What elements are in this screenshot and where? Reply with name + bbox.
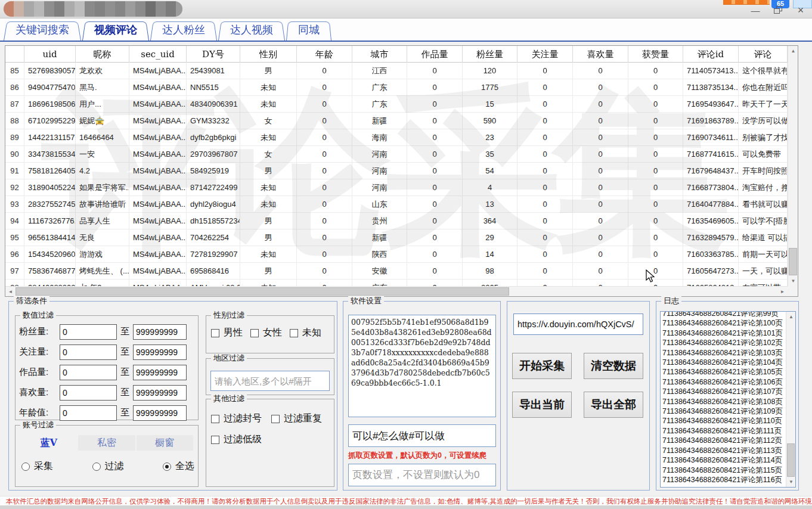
table-row[interactable]: 86 94904775470 黑马. MS4wLjABAA... NN5515 … bbox=[5, 79, 788, 96]
cell-dy-id: 704262254 bbox=[187, 229, 240, 246]
max-value-input[interactable] bbox=[133, 405, 187, 421]
log-scroll-up-icon[interactable]: ▲ bbox=[786, 312, 796, 322]
maximize-button[interactable] bbox=[771, 5, 785, 16]
clear-data-button[interactable]: 清空数据 bbox=[584, 353, 643, 379]
log-listbox[interactable]: 7113864346882608421评论第99页711386434688260… bbox=[660, 311, 796, 488]
cell-uid: 28327552745... bbox=[24, 196, 76, 212]
cell-works-count: 0 bbox=[407, 129, 463, 145]
min-value-input[interactable] bbox=[60, 344, 117, 360]
table-row[interactable]: 88 67102995229 妮妮🚖 MS4wLjABAA... GYM3323… bbox=[5, 113, 788, 129]
export-all-button[interactable]: 导出全部 bbox=[584, 392, 643, 418]
cell-dy-id: 72781929907 bbox=[187, 246, 240, 262]
numeric-filter-row: 喜欢量: 至 bbox=[19, 383, 194, 402]
checkbox-label: 过滤重复 bbox=[284, 412, 322, 425]
cell-uid: 98440083202 bbox=[24, 280, 76, 286]
max-value-input[interactable] bbox=[133, 385, 187, 401]
radio-selected-icon bbox=[163, 463, 171, 471]
cell-sec-uid: MS4wLjABAA... bbox=[129, 129, 187, 145]
table-row[interactable]: 85 52769839057 龙欢欢 MS4wLjABAA... 2543908… bbox=[5, 63, 788, 79]
actions-groupbox: 开始采集 清空数据 导出当前 导出全部 bbox=[507, 301, 650, 491]
cell-city: 河南 bbox=[352, 179, 407, 195]
gender-checkbox[interactable]: 未知 bbox=[290, 327, 321, 339]
numeric-filter-label: 关注量: bbox=[19, 346, 56, 358]
log-scroll-down-icon[interactable]: ▼ bbox=[786, 477, 796, 487]
scroll-up-arrow-icon[interactable]: ▲ bbox=[788, 46, 798, 56]
scrollbar-corner bbox=[788, 286, 798, 296]
license-token-textarea[interactable] bbox=[348, 315, 496, 417]
other-filter-checkbox[interactable]: 过滤重复 bbox=[271, 412, 322, 425]
max-value-input[interactable] bbox=[133, 344, 187, 360]
log-groupbox: 日志 7113864346882608421评论第99页711386434688… bbox=[656, 301, 799, 491]
cell-follow-count: 0 bbox=[517, 129, 573, 145]
log-scroll-thumb[interactable] bbox=[787, 443, 795, 477]
cell-like-count: 0 bbox=[573, 263, 628, 279]
cell-like-count: 0 bbox=[573, 213, 628, 229]
table-row[interactable]: 92 31890405224... 如果是宇将军... MS4wLjABAA..… bbox=[5, 179, 788, 196]
page-count-input[interactable] bbox=[348, 464, 496, 486]
cell-city: 陕西 bbox=[352, 246, 407, 262]
radio-filter[interactable]: 过滤 bbox=[92, 460, 124, 473]
max-value-input[interactable] bbox=[133, 365, 187, 380]
scroll-left-arrow-icon[interactable]: ◄ bbox=[5, 287, 16, 297]
table-row[interactable]: 93 28327552745... 故事讲给谁听 MS4wLjABAA... d… bbox=[5, 196, 788, 213]
table-row[interactable]: 97 75836746877 烤蚝先生、 (... MS4wLjABAA... … bbox=[5, 263, 788, 280]
radio-select-all[interactable]: 全选 bbox=[163, 460, 194, 473]
table-horizontal-scrollbar[interactable]: ◄ ► bbox=[5, 286, 788, 296]
cell-city: 河南 bbox=[352, 146, 407, 162]
min-value-input[interactable] bbox=[60, 365, 117, 380]
region-input[interactable] bbox=[210, 371, 330, 391]
radio-collect[interactable]: 采集 bbox=[21, 460, 53, 473]
cell-praised-count: 0 bbox=[628, 163, 683, 179]
cell-dy-id: 87142722499 bbox=[187, 179, 240, 195]
cell-praised-count: 0 bbox=[628, 246, 683, 262]
cell-city: 海南 bbox=[352, 129, 407, 145]
other-filter-checkbox[interactable]: 过滤封号 bbox=[211, 412, 262, 425]
video-url-input[interactable] bbox=[513, 314, 643, 335]
close-button[interactable]: × bbox=[794, 5, 807, 16]
cell-age: 0 bbox=[297, 246, 352, 262]
cell-fans-count: 120 bbox=[463, 63, 517, 79]
cell-gender: 未知 bbox=[240, 179, 297, 195]
table-row[interactable]: 91 75818126405 4.2 MS4wLjABAA... 5849259… bbox=[5, 163, 788, 179]
table-vertical-scrollbar[interactable]: ▲ ▼ bbox=[788, 46, 798, 286]
horizontal-scroll-thumb[interactable] bbox=[16, 287, 509, 296]
log-scrollbar[interactable]: ▲ ▼ bbox=[786, 312, 795, 487]
keyword-template-input[interactable] bbox=[348, 424, 496, 447]
gender-checkbox[interactable]: 女性 bbox=[250, 327, 282, 339]
min-value-input[interactable] bbox=[60, 385, 117, 401]
other-filter-checkbox[interactable]: 过滤低级 bbox=[211, 433, 262, 446]
tab-influencer-fans[interactable]: 达人粉丝 bbox=[150, 18, 217, 41]
start-collect-button[interactable]: 开始采集 bbox=[512, 353, 572, 379]
table-row[interactable]: 87 18696198506... 用户... MS4wLjABAA... 48… bbox=[5, 96, 788, 113]
cell-nickname: 妮妮🚖 bbox=[76, 113, 129, 129]
segment-private[interactable]: 私密 bbox=[78, 435, 135, 451]
tab-bar: 关键词搜索 视频评论 达人粉丝 达人视频 同城 bbox=[0, 18, 812, 42]
tab-influencer-videos[interactable]: 达人视频 bbox=[218, 18, 285, 41]
table-row[interactable]: 89 14422131157... 16466464 MS4wLjABAA...… bbox=[5, 129, 788, 146]
cell-uid: 31890405224... bbox=[24, 179, 76, 195]
gender-checkbox[interactable]: 男性 bbox=[211, 327, 243, 339]
export-current-button[interactable]: 导出当前 bbox=[512, 392, 572, 418]
cell-like-count: 0 bbox=[573, 96, 628, 112]
table-row[interactable]: 94 11167326776... 品享人生 MS4wLjABAA... dh1… bbox=[5, 213, 788, 229]
blurred-window-title bbox=[4, 1, 182, 17]
table-row[interactable]: 95 96561384414 无良 MS4wLjABAA... 70426225… bbox=[5, 229, 788, 246]
cell-comment-text: 没学历可以做... bbox=[739, 113, 788, 129]
min-value-input[interactable] bbox=[60, 324, 117, 340]
table-row[interactable]: 98 98440083202 七-年9 MS4wLjABAA... AMV_ma… bbox=[5, 280, 788, 286]
max-value-input[interactable] bbox=[133, 324, 187, 340]
segment-showcase[interactable]: 橱窗 bbox=[137, 435, 193, 451]
scroll-down-arrow-icon[interactable]: ▼ bbox=[788, 276, 798, 286]
cell-gender: 未知 bbox=[240, 280, 297, 286]
table-row[interactable]: 96 15434520960... 游游戏 MS4wLjABAA... 7278… bbox=[5, 246, 788, 263]
table-row[interactable]: 90 33473815534... 一安 MS4wLjABAA... 29703… bbox=[5, 146, 788, 163]
segment-blue-v[interactable]: 蓝V bbox=[20, 435, 77, 451]
tab-same-city[interactable]: 同城 bbox=[286, 18, 331, 41]
tab-keyword-search[interactable]: 关键词搜索 bbox=[4, 18, 81, 41]
scroll-right-arrow-icon[interactable]: ► bbox=[777, 287, 788, 297]
vertical-scroll-thumb[interactable] bbox=[789, 248, 797, 275]
minimize-button[interactable]: — bbox=[749, 5, 762, 16]
log-entry: 7113864346882608421评论第100页 bbox=[662, 318, 785, 328]
min-value-input[interactable] bbox=[60, 405, 117, 421]
tab-video-comments[interactable]: 视频评论 bbox=[82, 18, 149, 41]
